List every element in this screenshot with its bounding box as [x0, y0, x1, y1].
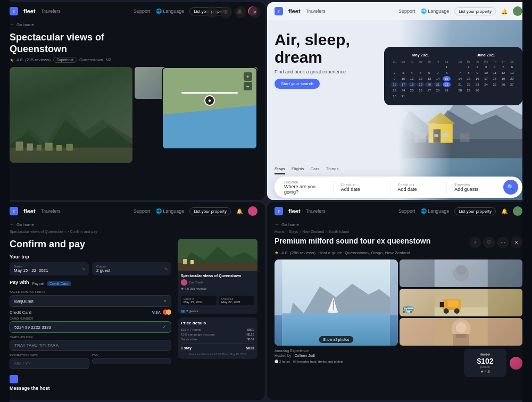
may-day-17[interactable]: 17	[399, 82, 407, 87]
may-day-7[interactable]: 7	[434, 70, 442, 76]
avatar-panel2[interactable]	[513, 6, 522, 16]
may-day-14[interactable]: 14	[434, 76, 442, 81]
jun-day-2[interactable]: 2	[473, 64, 481, 70]
close-icon-panel4[interactable]: ✕	[511, 237, 522, 248]
travelers-nav-panel3[interactable]: Travelers	[41, 208, 61, 214]
jun-day-14[interactable]: 14	[456, 76, 464, 81]
may-day-20[interactable]: 20	[425, 82, 433, 87]
jun-day-7[interactable]: 7	[456, 70, 464, 76]
jun-day-1[interactable]: 1	[464, 64, 472, 70]
may-day-19[interactable]: 19	[417, 82, 425, 87]
credit-card-badge[interactable]: Credit Card	[47, 281, 71, 286]
travelers-nav-panel4[interactable]: Travelers	[306, 208, 326, 214]
back-link-panel4[interactable]: Go home	[267, 220, 530, 229]
dates-field[interactable]: Dates May 15 - 22, 2021 ✎	[10, 262, 89, 275]
checkin-field[interactable]: Check in Add date	[336, 183, 388, 192]
heart-icon-panel4[interactable]: ♡	[483, 237, 495, 248]
may-day-23[interactable]: 23	[390, 88, 398, 93]
tab-cars[interactable]: Cars	[311, 164, 320, 174]
may-day-21[interactable]: 21	[434, 82, 442, 87]
jun-day-20[interactable]: 20	[508, 76, 516, 81]
may-day-26[interactable]: 26	[417, 88, 425, 93]
may-day-25[interactable]: 25	[408, 88, 416, 93]
jun-day-21[interactable]: 21	[456, 82, 464, 87]
location-field[interactable]: Location Where are you going?	[279, 180, 331, 195]
jun-day-16[interactable]: 16	[473, 76, 481, 81]
show-photos-button[interactable]: Show all photos	[319, 336, 353, 343]
calendar-overlay[interactable]: May 2021 Su Mo Tu We Th Fr Sa	[384, 47, 522, 105]
guests-edit-icon[interactable]: ✎	[164, 266, 168, 271]
checkout-date-field[interactable]: Check out May 22, 2021	[219, 296, 254, 305]
share-icon-panel4[interactable]: ↑	[469, 237, 481, 248]
heart-icon[interactable]: ♡	[220, 6, 232, 18]
may-day-9[interactable]: 9	[390, 76, 398, 81]
may-day-15[interactable]: 15	[443, 76, 451, 81]
jun-day-29[interactable]: 29	[464, 88, 472, 93]
jun-day-6[interactable]: 6	[508, 64, 516, 70]
search-button[interactable]: 🔍	[503, 180, 518, 195]
bell-icon-panel4[interactable]: 🔔	[501, 208, 508, 214]
may-day-3[interactable]: 3	[399, 70, 407, 76]
back-link-panel3[interactable]: Go home	[2, 220, 265, 229]
card-number-input[interactable]: 5224 99 2222 3333 ✓	[10, 321, 171, 333]
may-day-13[interactable]: 13	[425, 76, 433, 81]
cvv-input[interactable]	[92, 358, 172, 364]
dates-edit-icon[interactable]: ✎	[82, 266, 86, 271]
checkin-date-field[interactable]: Check in May 15, 2021	[181, 296, 217, 305]
close-icon-panel1[interactable]: ✕	[249, 6, 261, 18]
jun-day-11[interactable]: 11	[491, 70, 498, 76]
back-link-panel1[interactable]: Go home	[2, 20, 265, 29]
list-property-btn-panel3[interactable]: List your property	[189, 207, 231, 215]
guests-field[interactable]: Guests 2 guest ✎	[92, 262, 171, 275]
jun-day-17[interactable]: 17	[482, 76, 490, 81]
may-day-4[interactable]: 4	[408, 70, 416, 76]
avatar-panel4[interactable]	[513, 206, 522, 216]
may-day-5[interactable]: 5	[417, 70, 425, 76]
language-nav-panel2[interactable]: 🌐 Language	[421, 9, 450, 14]
may-day-22[interactable]: 22	[443, 82, 451, 87]
support-nav-panel2[interactable]: Support	[398, 9, 415, 14]
jun-day-10[interactable]: 10	[482, 70, 490, 76]
share-icon[interactable]: ↑	[206, 6, 218, 18]
zoom-in-icon[interactable]: +	[244, 72, 252, 81]
jun-day-23[interactable]: 23	[473, 82, 481, 87]
list-property-btn-panel4[interactable]: List your property	[454, 207, 496, 215]
jun-day-19[interactable]: 19	[499, 76, 507, 81]
contact-input[interactable]: iamjuli.net ▾	[10, 295, 171, 307]
checkbox-confirm[interactable]	[10, 375, 18, 383]
jun-day-8[interactable]: 8	[464, 70, 472, 76]
may-day-24[interactable]: 24	[399, 88, 407, 93]
jun-day-27[interactable]: 27	[508, 82, 516, 87]
card-holder-input[interactable]: TRAY TAHU TITI TARA	[10, 340, 171, 351]
support-nav-panel1[interactable]: Support	[134, 9, 151, 14]
may-day-30[interactable]: 30	[390, 94, 398, 99]
jun-day-15[interactable]: 15	[464, 76, 472, 81]
jun-day-22[interactable]: 22	[464, 82, 472, 87]
may-day-6[interactable]: 6	[425, 70, 433, 76]
list-property-btn-panel2[interactable]: List your property	[454, 7, 496, 15]
tab-flights[interactable]: Flights	[292, 164, 304, 174]
tab-things[interactable]: Things	[326, 164, 338, 174]
jun-day-24[interactable]: 24	[482, 82, 490, 87]
may-day-11[interactable]: 11	[408, 76, 416, 81]
may-day-16[interactable]: 16	[390, 82, 398, 87]
language-nav-panel1[interactable]: 🌐 Language	[156, 9, 185, 14]
may-day-31[interactable]: 31	[399, 94, 407, 99]
more-icon[interactable]: ⋯	[235, 6, 246, 18]
jun-day-28[interactable]: 28	[456, 88, 464, 93]
jun-day-13[interactable]: 13	[508, 70, 516, 76]
start-search-button[interactable]: Start your search	[275, 79, 320, 89]
jun-day-9[interactable]: 9	[473, 70, 481, 76]
may-day-28[interactable]: 28	[434, 88, 442, 93]
may-day-8[interactable]: 8	[443, 70, 451, 76]
may-day-12[interactable]: 12	[417, 76, 425, 81]
jun-day-12[interactable]: 12	[499, 70, 507, 76]
tab-stays[interactable]: Stays	[275, 164, 285, 174]
paypal-logo[interactable]: Paypal	[32, 282, 44, 286]
may-day-27[interactable]: 27	[425, 88, 433, 93]
language-nav-panel4[interactable]: 🌐 Language	[421, 208, 450, 214]
avatar-panel3[interactable]	[248, 206, 257, 216]
may-day-18[interactable]: 18	[408, 82, 416, 87]
more-icon-panel4[interactable]: ⋯	[497, 237, 509, 248]
zoom-out-icon[interactable]: −	[244, 82, 252, 90]
